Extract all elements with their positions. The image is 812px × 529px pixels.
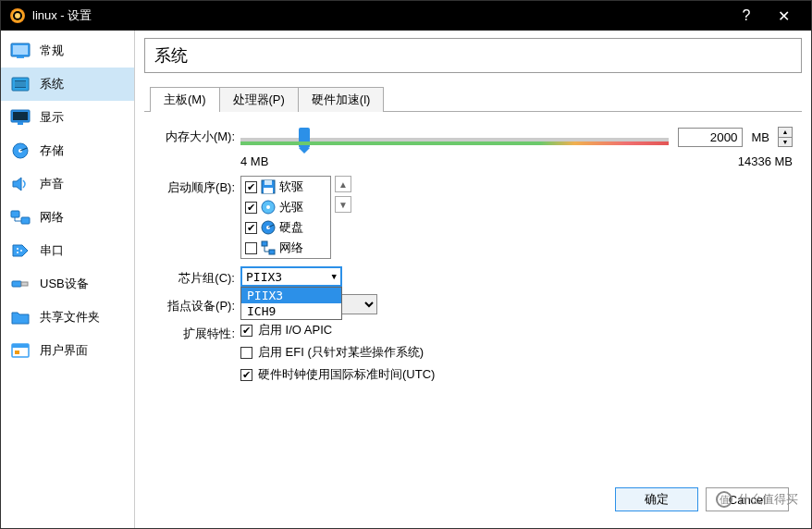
ext-ioapic-label: 启用 I/O APIC xyxy=(258,322,332,338)
ext-utc-label: 硬件时钟使用国际标准时间(UTC) xyxy=(258,366,435,383)
svg-rect-19 xyxy=(21,282,28,286)
sidebar-item-label: 串口 xyxy=(40,242,64,259)
sidebar-item-ui[interactable]: 用户界面 xyxy=(1,334,134,367)
sidebar-item-label: 共享文件夹 xyxy=(40,309,100,326)
chipset-value: PIIX3 xyxy=(246,270,282,284)
svg-rect-25 xyxy=(264,188,273,193)
boot-floppy-checkbox[interactable]: ✔ xyxy=(245,181,257,193)
sidebar-item-audio[interactable]: 声音 xyxy=(1,167,134,201)
general-icon xyxy=(10,43,31,59)
ok-button[interactable]: 确定 xyxy=(615,487,698,511)
sidebar-item-label: 网络 xyxy=(40,209,64,226)
disk-icon xyxy=(261,220,276,235)
svg-point-27 xyxy=(266,205,270,209)
storage-icon xyxy=(10,142,31,159)
page-title: 系统 xyxy=(144,38,802,73)
chipset-select[interactable]: PIIX3 ▼ PIIX3 ICH9 xyxy=(240,266,342,287)
svg-rect-30 xyxy=(262,241,267,246)
boot-item-disk[interactable]: ✔ 硬盘 xyxy=(241,217,330,238)
sidebar-item-label: 常规 xyxy=(40,43,64,59)
sidebar-item-label: 声音 xyxy=(40,176,64,192)
boot-item-optical[interactable]: ✔ 光驱 xyxy=(241,197,330,217)
memory-slider[interactable] xyxy=(240,125,669,149)
tab-acceleration[interactable]: 硬件加速(l) xyxy=(298,87,385,112)
chipset-option-ich9[interactable]: ICH9 xyxy=(241,303,341,319)
memory-label: 内存大小(M): xyxy=(148,125,240,145)
tab-content: 内存大小(M): MB ▲▼ xyxy=(144,111,802,405)
boot-order-list[interactable]: ✔ 软驱 ✔ 光驱 ✔ xyxy=(240,176,331,259)
memory-min-label: 4 MB xyxy=(240,154,268,168)
boot-item-label: 硬盘 xyxy=(279,219,303,236)
chipset-label: 芯片组(C): xyxy=(148,266,240,287)
svg-rect-10 xyxy=(18,122,23,125)
chevron-down-icon: ▼ xyxy=(332,272,337,281)
boot-item-network[interactable]: 网络 xyxy=(241,238,330,258)
sidebar-item-shared[interactable]: 共享文件夹 xyxy=(1,301,134,334)
boot-item-floppy[interactable]: ✔ 软驱 xyxy=(241,177,330,197)
titlebar: linux - 设置 ? ✕ xyxy=(1,1,811,31)
memory-max-label: 14336 MB xyxy=(738,154,793,168)
ext-ioapic-checkbox[interactable] xyxy=(240,325,252,337)
sidebar-item-network[interactable]: 网络 xyxy=(1,201,134,234)
boot-optical-checkbox[interactable]: ✔ xyxy=(245,202,257,214)
tab-processor[interactable]: 处理器(P) xyxy=(219,87,299,112)
close-button[interactable]: ✕ xyxy=(765,1,802,31)
boot-disk-checkbox[interactable]: ✔ xyxy=(245,222,257,234)
sidebar: 常规 系统 显示 存储 声音 网络 xyxy=(1,31,135,528)
boot-item-label: 软驱 xyxy=(279,178,303,195)
app-icon xyxy=(10,8,25,23)
ext-efi-label: 启用 EFI (只针对某些操作系统) xyxy=(258,344,424,361)
sidebar-item-serial[interactable]: 串口 xyxy=(1,234,134,267)
boot-item-label: 网络 xyxy=(279,240,303,256)
sidebar-item-label: 存储 xyxy=(40,142,64,159)
sidebar-item-storage[interactable]: 存储 xyxy=(1,134,134,167)
boot-network-checkbox[interactable] xyxy=(245,242,257,254)
ext-label: 扩展特性: xyxy=(148,322,240,342)
memory-spinner[interactable]: ▲▼ xyxy=(778,127,793,147)
sidebar-item-display[interactable]: 显示 xyxy=(1,101,134,134)
network-icon xyxy=(261,240,276,255)
sidebar-item-usb[interactable]: USB设备 xyxy=(1,267,134,301)
svg-point-15 xyxy=(17,248,18,250)
memory-unit: MB xyxy=(752,130,770,144)
svg-rect-31 xyxy=(269,250,275,254)
watermark-icon: 值 xyxy=(716,491,732,508)
sidebar-item-system[interactable]: 系统 xyxy=(1,68,134,101)
sidebar-item-label: USB设备 xyxy=(40,276,89,292)
svg-point-17 xyxy=(20,250,22,252)
ext-utc-checkbox[interactable] xyxy=(240,369,252,381)
pointing-label: 指点设备(P): xyxy=(148,294,240,314)
audio-icon xyxy=(10,176,31,192)
svg-rect-1 xyxy=(13,45,28,55)
tabbar: 主板(M) 处理器(P) 硬件加速(l) xyxy=(144,86,802,111)
tab-motherboard[interactable]: 主板(M) xyxy=(150,87,220,112)
svg-rect-14 xyxy=(21,217,30,224)
svg-rect-13 xyxy=(11,211,19,217)
ui-icon xyxy=(10,342,31,359)
network-icon xyxy=(10,209,31,226)
svg-rect-18 xyxy=(12,281,21,287)
chipset-dropdown: PIIX3 ICH9 xyxy=(240,287,342,320)
sidebar-item-label: 用户界面 xyxy=(40,342,88,359)
chipset-option-piix3[interactable]: PIIX3 xyxy=(241,288,341,303)
sidebar-item-label: 显示 xyxy=(40,109,64,126)
boot-move-down-button[interactable]: ▼ xyxy=(335,196,351,213)
watermark: 值 什么值得买 xyxy=(716,491,798,508)
display-icon xyxy=(10,109,31,126)
svg-rect-21 xyxy=(12,344,29,348)
memory-input[interactable] xyxy=(678,128,743,147)
svg-rect-24 xyxy=(265,180,272,185)
boot-item-label: 光驱 xyxy=(279,199,303,215)
sidebar-item-general[interactable]: 常规 xyxy=(1,34,134,68)
ext-efi-checkbox[interactable] xyxy=(240,347,252,359)
window-title: linux - 设置 xyxy=(32,7,728,24)
boot-label: 启动顺序(B): xyxy=(148,176,240,196)
boot-move-up-button[interactable]: ▲ xyxy=(335,176,351,192)
system-icon xyxy=(10,76,31,92)
svg-point-16 xyxy=(17,252,18,253)
help-button[interactable]: ? xyxy=(728,1,765,31)
usb-icon xyxy=(10,276,31,292)
svg-rect-2 xyxy=(17,56,24,58)
svg-rect-9 xyxy=(13,112,28,120)
floppy-icon xyxy=(261,179,276,194)
